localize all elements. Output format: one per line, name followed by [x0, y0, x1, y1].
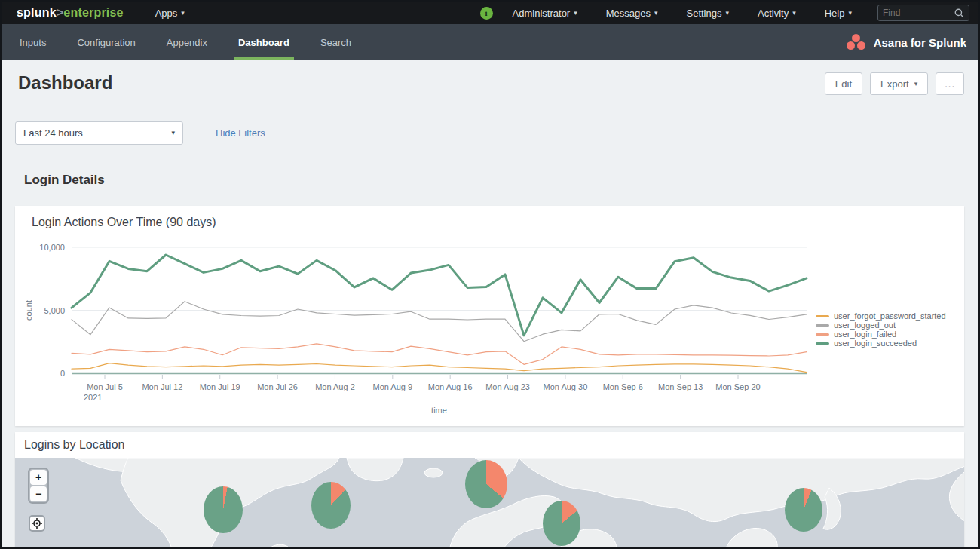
- app-nav-bar: Inputs Configuration Appendix Dashboard …: [2, 24, 978, 60]
- svg-text:Mon Jul 5: Mon Jul 5: [87, 382, 123, 391]
- svg-text:Mon Sep 20: Mon Sep 20: [715, 382, 760, 391]
- svg-text:Mon Aug 30: Mon Aug 30: [544, 382, 588, 391]
- map-zoom-controls: + −: [28, 468, 49, 504]
- tab-configuration[interactable]: Configuration: [75, 24, 136, 60]
- login-pie-se-europe: [543, 501, 580, 546]
- login-pie-us-west: [204, 486, 243, 533]
- locate-button[interactable]: [29, 515, 45, 532]
- find-input[interactable]: [883, 8, 951, 18]
- svg-text:Mon Sep 6: Mon Sep 6: [603, 382, 643, 391]
- legend-swatch-icon: [816, 333, 829, 336]
- settings-menu[interactable]: Settings▾: [684, 8, 733, 19]
- svg-text:Mon Jul 26: Mon Jul 26: [257, 382, 298, 391]
- svg-text:Mon Sep 13: Mon Sep 13: [658, 382, 703, 391]
- map-canvas[interactable]: + −: [15, 458, 964, 549]
- svg-text:Mon Aug 23: Mon Aug 23: [485, 382, 530, 391]
- svg-text:Mon Aug 9: Mon Aug 9: [373, 382, 413, 391]
- legend-swatch-icon: [816, 315, 829, 317]
- export-button[interactable]: Export▾: [870, 72, 928, 95]
- app-brand: Asana for Splunk: [847, 24, 966, 60]
- zoom-out-button[interactable]: −: [30, 486, 47, 501]
- login-actions-chart-panel: Login Actions Over Time (90 days) 05,000…: [15, 206, 964, 426]
- svg-text:time: time: [431, 406, 447, 415]
- legend-label: user_logged_out: [834, 321, 896, 330]
- administrator-menu[interactable]: Administrator▾: [510, 8, 580, 19]
- chart-legend: user_forgot_password_starteduser_logged_…: [816, 311, 946, 348]
- find-search-box[interactable]: [877, 5, 969, 21]
- svg-text:0: 0: [60, 369, 65, 378]
- tab-inputs[interactable]: Inputs: [18, 24, 47, 60]
- page-title: Dashboard: [15, 72, 112, 94]
- chevron-down-icon: ▾: [181, 10, 185, 17]
- hide-filters-link[interactable]: Hide Filters: [216, 127, 265, 139]
- time-range-picker[interactable]: Last 24 hours ▾: [15, 121, 183, 145]
- login-pie-us-east: [311, 482, 351, 529]
- svg-text:Mon Jul 12: Mon Jul 12: [142, 382, 182, 391]
- legend-item-user_login_succeeded[interactable]: user_login_succeeded: [816, 339, 946, 348]
- asana-logo-icon: [847, 34, 866, 51]
- svg-text:5,000: 5,000: [44, 306, 65, 315]
- splunk-dashboard-screen: splunk>enterprise Apps▾ i Administrator▾…: [0, 0, 980, 549]
- zoom-in-button[interactable]: +: [30, 470, 47, 485]
- apps-menu[interactable]: Apps▾: [152, 8, 188, 19]
- legend-swatch-icon: [816, 342, 829, 345]
- logo-gt-text: >: [57, 6, 64, 19]
- svg-text:Mon Jul 19: Mon Jul 19: [200, 382, 240, 391]
- chevron-down-icon: ▾: [171, 130, 175, 136]
- svg-text:2021: 2021: [84, 393, 102, 402]
- info-icon[interactable]: i: [480, 7, 493, 20]
- logo-enterprise-text: enterprise: [63, 6, 123, 19]
- logins-map-panel: Logins by Location + −: [15, 432, 964, 549]
- help-menu[interactable]: Help▾: [822, 8, 855, 19]
- map-title: Logins by Location: [15, 432, 964, 458]
- tab-dashboard[interactable]: Dashboard: [237, 24, 291, 60]
- login-pie-uk: [465, 460, 507, 508]
- search-icon: [954, 8, 964, 18]
- tab-search[interactable]: Search: [319, 24, 353, 60]
- svg-text:10,000: 10,000: [39, 243, 65, 252]
- chevron-down-icon: ▾: [914, 81, 918, 87]
- legend-swatch-icon: [816, 324, 829, 327]
- top-bar: splunk>enterprise Apps▾ i Administrator▾…: [2, 2, 978, 24]
- time-range-value: Last 24 hours: [23, 127, 83, 139]
- logo-splunk-text: splunk: [17, 6, 57, 19]
- svg-text:Mon Aug 16: Mon Aug 16: [428, 382, 473, 391]
- legend-item-user_login_failed[interactable]: user_login_failed: [816, 330, 946, 339]
- splunk-logo[interactable]: splunk>enterprise: [17, 6, 124, 20]
- activity-menu[interactable]: Activity▾: [755, 8, 799, 19]
- crosshair-icon: [32, 518, 42, 529]
- svg-text:count: count: [24, 300, 33, 321]
- login-pie-japan: [785, 488, 822, 532]
- legend-item-user_forgot_password_started[interactable]: user_forgot_password_started: [816, 311, 946, 321]
- legend-item-user_logged_out[interactable]: user_logged_out: [816, 321, 946, 330]
- section-title: Login Details: [15, 173, 964, 188]
- chevron-down-icon: ▾: [574, 10, 577, 17]
- legend-label: user_forgot_password_started: [834, 311, 946, 321]
- more-actions-button[interactable]: ...: [936, 72, 964, 95]
- app-brand-label: Asana for Splunk: [874, 36, 966, 49]
- chevron-down-icon: ▾: [654, 10, 658, 17]
- chevron-down-icon: ▾: [725, 10, 729, 17]
- legend-label: user_login_failed: [834, 330, 896, 339]
- legend-label: user_login_succeeded: [834, 339, 917, 348]
- edit-button[interactable]: Edit: [825, 72, 862, 95]
- svg-text:Mon Aug 2: Mon Aug 2: [315, 382, 355, 391]
- chevron-down-icon: ▾: [848, 10, 852, 17]
- messages-menu[interactable]: Messages▾: [603, 8, 661, 19]
- chevron-down-icon: ▾: [792, 10, 796, 17]
- tab-appendix[interactable]: Appendix: [165, 24, 209, 60]
